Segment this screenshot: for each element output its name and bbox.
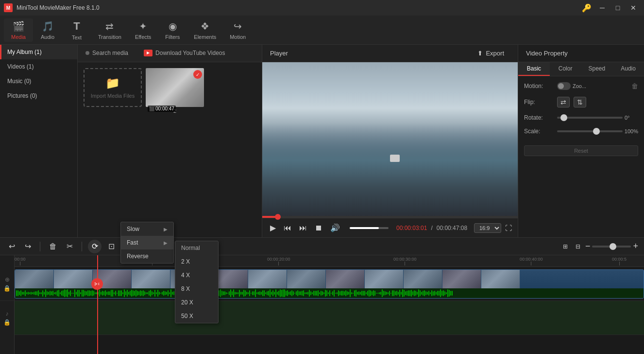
minimize-button[interactable]: ─ <box>595 3 609 13</box>
motion-delete-button[interactable]: 🗑 <box>631 82 638 90</box>
waveform-bar-199 <box>306 292 307 295</box>
fullscreen-button[interactable]: ⛶ <box>505 224 512 232</box>
waveform-bar-67 <box>114 292 115 294</box>
reset-button[interactable]: Reset <box>524 145 638 156</box>
add-audio-button[interactable]: ♪ <box>6 310 9 317</box>
close-button[interactable]: ✕ <box>627 3 640 13</box>
speed-menu-reverse[interactable]: Reverse <box>121 249 173 263</box>
toolbar-filters[interactable]: ◉ Filters <box>158 18 187 42</box>
speed-menu-slow[interactable]: Slow ▶ <box>121 222 173 236</box>
import-media-button[interactable]: 📁 Import Media Files <box>84 68 142 107</box>
stop-button[interactable]: ⏹ <box>313 223 324 233</box>
speed-2x[interactable]: 2 X <box>175 255 218 268</box>
waveform-bar-57 <box>99 290 100 296</box>
waveform-bar-94 <box>153 292 154 294</box>
sidebar-item-music[interactable]: Music (0) <box>0 74 77 88</box>
rotate-slider[interactable] <box>557 117 623 119</box>
toolbar-elements[interactable]: ❖ Elements <box>187 18 223 42</box>
video-clip[interactable] <box>15 269 644 299</box>
waveform-bar-242 <box>369 290 370 296</box>
media-thumbnail[interactable]: ⬛ 00:00:47 ✓ 2 <box>146 68 204 114</box>
zoom-in-button[interactable]: + <box>633 241 638 251</box>
motion-toggle[interactable] <box>557 82 571 90</box>
play-button[interactable]: ▶ <box>268 222 278 233</box>
prev-frame-button[interactable]: ⏮ <box>282 223 293 233</box>
sidebar-item-myalbum[interactable]: My Album (1) <box>0 45 77 59</box>
speed-4x[interactable]: 4 X <box>175 268 218 282</box>
rotate-value: 0° <box>625 115 638 121</box>
main-toolbar: 🎬 Media 🎵 Audio T Text ⇄ Transition ✦ Ef… <box>0 16 644 45</box>
toolbar-motion[interactable]: ↪ Motion <box>223 18 253 42</box>
maximize-button[interactable]: □ <box>611 3 625 13</box>
zoom-out-button[interactable]: − <box>585 241 591 251</box>
waveform-bar-197 <box>303 290 304 296</box>
tab-basic[interactable]: Basic <box>518 62 550 76</box>
waveform-bar-260 <box>395 291 396 296</box>
aspect-ratio-select[interactable]: 16:9 9:16 1:1 4:3 <box>474 223 501 233</box>
waveform-bar-81 <box>134 291 135 296</box>
lock-video-button[interactable]: 🔒 <box>3 285 11 292</box>
playhead[interactable] <box>97 255 98 354</box>
flip-horizontal-button[interactable]: ⇄ <box>557 97 570 107</box>
waveform-bar-38 <box>71 293 72 294</box>
search-dot <box>85 51 89 55</box>
progress-bar[interactable] <box>262 216 518 218</box>
add-audio-track-button[interactable]: ⊟ <box>573 242 583 251</box>
toolbar-text[interactable]: T Text <box>62 18 91 42</box>
redo-button[interactable]: ↪ <box>22 241 34 252</box>
speed-button[interactable]: ⟳ <box>88 240 102 253</box>
waveform-bar-80 <box>133 290 134 296</box>
waveform-bar-281 <box>425 291 426 295</box>
add-video-button[interactable]: ⊕ <box>5 276 10 283</box>
tab-audio[interactable]: Audio <box>612 62 644 76</box>
waveform-bar-267 <box>405 291 406 295</box>
speed-8x[interactable]: 8 X <box>175 282 218 296</box>
waveform-bar-25 <box>52 291 53 296</box>
sidebar-item-videos[interactable]: Videos (1) <box>0 59 77 74</box>
add-video-track-button[interactable]: ⊞ <box>560 242 571 251</box>
speed-50x[interactable]: 50 X <box>175 309 218 323</box>
toolbar-transition[interactable]: ⇄ Transition <box>91 18 128 42</box>
tab-search-media[interactable]: Search media <box>78 45 136 62</box>
waveform-bar-181 <box>280 289 281 297</box>
volume-slider[interactable] <box>350 227 389 229</box>
waveform-bar-264 <box>401 292 402 295</box>
waveform-bar-294 <box>444 291 445 295</box>
waveform-bar-208 <box>319 292 320 294</box>
volume-button[interactable]: 🔊 <box>328 222 342 233</box>
speed-menu-fast[interactable]: Fast ▶ <box>121 236 173 249</box>
export-button[interactable]: ⬆ Export <box>472 48 510 59</box>
waveform-bar-99 <box>160 293 161 294</box>
delete-button[interactable]: 🗑 <box>46 241 60 252</box>
tab-speed[interactable]: Speed <box>581 62 613 76</box>
waveform-bar-39 <box>73 293 74 294</box>
zoom-slider[interactable] <box>592 246 631 248</box>
sidebar-item-pictures[interactable]: Pictures (0) <box>0 88 77 103</box>
motion-icon: ↪ <box>234 20 242 32</box>
crop-button[interactable]: ⊡ <box>105 241 118 252</box>
progress-handle[interactable] <box>275 214 281 220</box>
toolbar-media[interactable]: 🎬 Media <box>4 18 33 42</box>
undo-button[interactable]: ↩ <box>6 241 18 252</box>
tab-color[interactable]: Color <box>550 62 581 76</box>
waveform-bar-104 <box>168 290 169 296</box>
waveform-bar-211 <box>323 292 324 295</box>
speed-20x[interactable]: 20 X <box>175 296 218 309</box>
waveform-bar-196 <box>302 291 303 296</box>
toolbar-effects[interactable]: ✦ Effects <box>128 18 158 42</box>
speed-normal[interactable]: Normal <box>175 241 218 255</box>
next-frame-button[interactable]: ⏭ <box>297 223 309 233</box>
waveform-bar-215 <box>329 290 330 296</box>
cut-button[interactable]: ✂ <box>64 241 76 252</box>
toolbar-audio[interactable]: 🎵 Audio <box>33 18 62 42</box>
audio-icon: 🎵 <box>42 20 54 32</box>
flip-vertical-button[interactable]: ⇅ <box>574 97 586 107</box>
waveform-bar-177 <box>274 292 275 295</box>
waveform-bar-52 <box>92 290 93 296</box>
scale-slider[interactable] <box>557 130 623 132</box>
lock-audio-button[interactable]: 🔒 <box>3 319 11 326</box>
waveform-bar-65 <box>111 290 112 297</box>
tab-download-youtube[interactable]: ▶ Download YouTube Videos <box>136 45 233 62</box>
waveform-bar-282 <box>427 292 428 295</box>
waveform-bar-183 <box>283 289 284 297</box>
